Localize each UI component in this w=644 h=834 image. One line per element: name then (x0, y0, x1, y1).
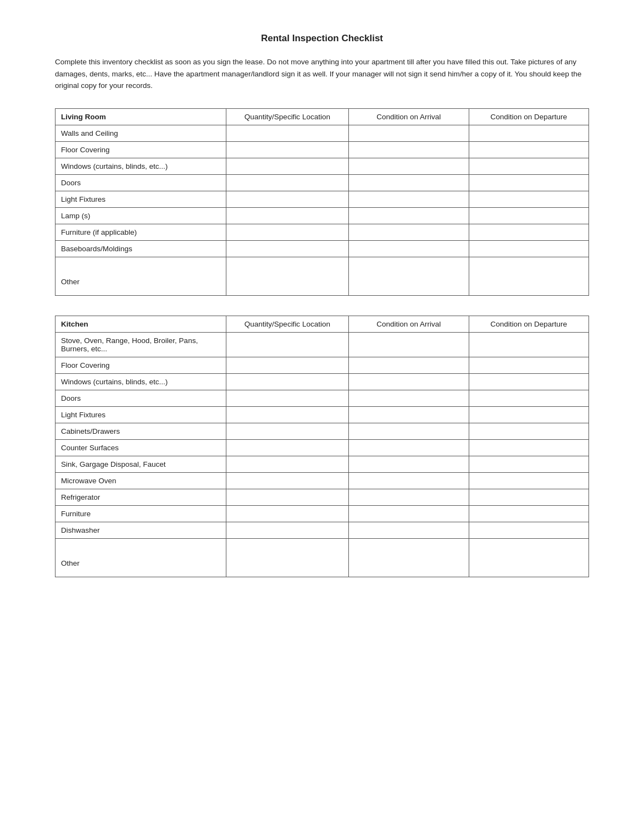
kitchen-header: Kitchen (55, 316, 226, 332)
kitchen-departure-cell[interactable] (469, 406, 589, 423)
living-room-qty-cell[interactable] (226, 174, 348, 191)
living-room-arrival-cell[interactable] (349, 257, 469, 295)
living-room-header: Living Room (55, 108, 226, 125)
kitchen-arrival-cell[interactable] (349, 390, 469, 406)
living-room-item-label: Lamp (s) (55, 207, 226, 224)
kitchen-item-label: Furniture (55, 505, 226, 522)
living-room-departure-cell[interactable] (469, 174, 589, 191)
kitchen-departure-cell[interactable] (469, 373, 589, 390)
kitchen-qty-cell[interactable] (226, 538, 348, 577)
living-room-row: Furniture (if applicable) (55, 224, 589, 240)
kitchen-arrival-cell[interactable] (349, 332, 469, 357)
kitchen-arrival-cell[interactable] (349, 423, 469, 439)
kitchen-qty-cell[interactable] (226, 357, 348, 373)
kitchen-departure-cell[interactable] (469, 456, 589, 472)
kitchen-item-label: Counter Surfaces (55, 439, 226, 456)
living-room-arrival-cell[interactable] (349, 125, 469, 141)
kitchen-qty-cell[interactable] (226, 472, 348, 489)
kitchen-item-label: Doors (55, 390, 226, 406)
living-room-item-label: Light Fixtures (55, 191, 226, 207)
kitchen-qty-cell[interactable] (226, 505, 348, 522)
kitchen-arrival-cell[interactable] (349, 522, 469, 538)
living-room-departure-cell[interactable] (469, 257, 589, 295)
living-room-arrival-cell[interactable] (349, 224, 469, 240)
living-room-arrival-cell[interactable] (349, 191, 469, 207)
living-room-departure-cell[interactable] (469, 207, 589, 224)
kitchen-qty-cell[interactable] (226, 406, 348, 423)
kitchen-item-label: Stove, Oven, Range, Hood, Broiler, Pans,… (55, 332, 226, 357)
living-room-item-label: Walls and Ceiling (55, 125, 226, 141)
kitchen-row: Windows (curtains, blinds, etc...) (55, 373, 589, 390)
kitchen-qty-cell[interactable] (226, 489, 348, 505)
living-room-arrival-cell[interactable] (349, 207, 469, 224)
kitchen-departure-cell[interactable] (469, 423, 589, 439)
kitchen-item-label: Sink, Gargage Disposal, Faucet (55, 456, 226, 472)
living-room-qty-cell[interactable] (226, 125, 348, 141)
living-room-qty-cell[interactable] (226, 191, 348, 207)
living-room-qty-cell[interactable] (226, 224, 348, 240)
living-room-departure-cell[interactable] (469, 141, 589, 158)
kitchen-arrival-cell[interactable] (349, 406, 469, 423)
living-room-qty-cell[interactable] (226, 158, 348, 174)
kitchen-row: Sink, Gargage Disposal, Faucet (55, 456, 589, 472)
kitchen-qty-cell[interactable] (226, 439, 348, 456)
living-room-qty-cell[interactable] (226, 257, 348, 295)
living-room-item-label: Baseboards/Moldings (55, 240, 226, 257)
living-room-qty-cell[interactable] (226, 141, 348, 158)
living-room-departure-cell[interactable] (469, 224, 589, 240)
living-room-row: Doors (55, 174, 589, 191)
kitchen-departure-cell[interactable] (469, 538, 589, 577)
qty-col-header-lr: Quantity/Specific Location (226, 108, 348, 125)
kitchen-item-label: Microwave Oven (55, 472, 226, 489)
living-room-arrival-cell[interactable] (349, 158, 469, 174)
intro-paragraph: Complete this inventory checklist as soo… (55, 56, 589, 92)
kitchen-arrival-cell[interactable] (349, 439, 469, 456)
kitchen-arrival-cell[interactable] (349, 505, 469, 522)
living-room-item-label: Other (55, 257, 226, 295)
living-room-departure-cell[interactable] (469, 240, 589, 257)
kitchen-departure-cell[interactable] (469, 489, 589, 505)
living-room-row: Windows (curtains, blinds, etc...) (55, 158, 589, 174)
kitchen-row: Furniture (55, 505, 589, 522)
living-room-departure-cell[interactable] (469, 191, 589, 207)
kitchen-departure-cell[interactable] (469, 332, 589, 357)
kitchen-arrival-cell[interactable] (349, 472, 469, 489)
kitchen-qty-cell[interactable] (226, 332, 348, 357)
living-room-row: Walls and Ceiling (55, 125, 589, 141)
kitchen-qty-cell[interactable] (226, 456, 348, 472)
kitchen-qty-cell[interactable] (226, 373, 348, 390)
kitchen-arrival-cell[interactable] (349, 357, 469, 373)
kitchen-arrival-cell[interactable] (349, 538, 469, 577)
kitchen-departure-cell[interactable] (469, 357, 589, 373)
kitchen-qty-cell[interactable] (226, 390, 348, 406)
living-room-row: Baseboards/Moldings (55, 240, 589, 257)
kitchen-item-label: Other (55, 538, 226, 577)
kitchen-arrival-cell[interactable] (349, 489, 469, 505)
kitchen-qty-cell[interactable] (226, 423, 348, 439)
kitchen-item-label: Light Fixtures (55, 406, 226, 423)
kitchen-departure-cell[interactable] (469, 390, 589, 406)
living-room-departure-cell[interactable] (469, 125, 589, 141)
kitchen-departure-cell[interactable] (469, 505, 589, 522)
departure-col-header-k: Condition on Departure (469, 316, 589, 332)
kitchen-arrival-cell[interactable] (349, 373, 469, 390)
living-room-departure-cell[interactable] (469, 158, 589, 174)
arrival-col-header-lr: Condition on Arrival (349, 108, 469, 125)
kitchen-departure-cell[interactable] (469, 439, 589, 456)
living-room-row: Other (55, 257, 589, 295)
kitchen-row: Dishwasher (55, 522, 589, 538)
kitchen-qty-cell[interactable] (226, 522, 348, 538)
living-room-item-label: Floor Covering (55, 141, 226, 158)
kitchen-departure-cell[interactable] (469, 522, 589, 538)
kitchen-table: Kitchen Quantity/Specific Location Condi… (55, 316, 589, 577)
living-room-arrival-cell[interactable] (349, 174, 469, 191)
kitchen-departure-cell[interactable] (469, 472, 589, 489)
living-room-arrival-cell[interactable] (349, 240, 469, 257)
living-room-table: Living Room Quantity/Specific Location C… (55, 108, 589, 296)
living-room-qty-cell[interactable] (226, 240, 348, 257)
living-room-qty-cell[interactable] (226, 207, 348, 224)
kitchen-arrival-cell[interactable] (349, 456, 469, 472)
living-room-arrival-cell[interactable] (349, 141, 469, 158)
kitchen-item-label: Windows (curtains, blinds, etc...) (55, 373, 226, 390)
living-room-row: Floor Covering (55, 141, 589, 158)
